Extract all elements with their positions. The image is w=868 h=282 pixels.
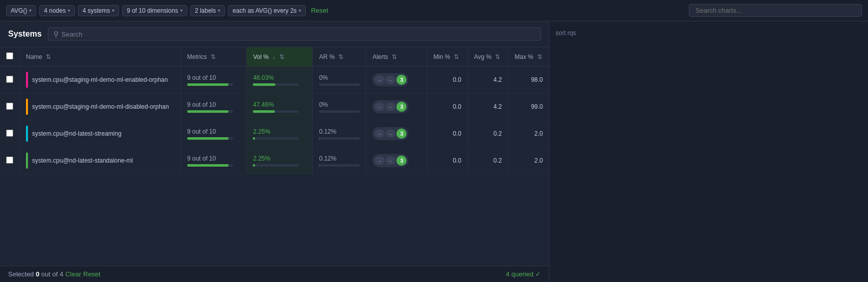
out-of-label: out of <box>39 270 60 278</box>
metrics-bar-fill-3 <box>187 164 228 167</box>
max-sort-icon: ⇅ <box>537 53 542 60</box>
row-avg-cell-2: 0.2 <box>468 120 508 147</box>
systems-table: Name ⇅ Metrics ⇅ Vol % ↓ ⇅ <box>0 47 549 174</box>
th-vol[interactable]: Vol % ↓ ⇅ <box>247 47 313 67</box>
agg-func-chip[interactable]: AVG() ▾ <box>6 5 36 16</box>
row-vol-cell-1: 47.46% <box>247 93 313 120</box>
vol-bar-fill-1 <box>253 110 274 113</box>
row-max-cell-2: 2.0 <box>508 120 549 147</box>
name-cell-0: system.cpu@staging-ml-demo-ml-enabled-or… <box>26 72 175 88</box>
row-checkbox-cell[interactable] <box>0 93 20 120</box>
ar-bar-wrap-1 <box>319 110 360 113</box>
ar-text-2: 0.12% <box>319 128 360 135</box>
row-metrics-cell-1: 9 out of 10 <box>181 93 247 120</box>
row-alerts-cell-0: - - 3 <box>366 67 427 93</box>
agg-func-chevron: ▾ <box>29 8 32 13</box>
alert-dash1-1: - <box>374 103 385 111</box>
system-name-3[interactable]: system.cpu@nd-latest-standalone-ml <box>32 156 133 165</box>
ar-sort-icon: ⇅ <box>338 53 343 60</box>
alerts-pill-0: - - 3 <box>372 73 409 86</box>
row-checkbox-cell[interactable] <box>0 67 20 93</box>
th-name[interactable]: Name ⇅ <box>20 47 181 67</box>
selected-label: Selected <box>8 270 36 278</box>
dimensions-label: 9 of 10 dimensions <box>127 7 178 14</box>
footer-reset-button[interactable]: Reset <box>83 270 101 278</box>
row-checkbox-cell[interactable] <box>0 120 20 147</box>
row-checkbox-0[interactable] <box>6 76 13 83</box>
nodes-chevron: ▾ <box>68 8 70 13</box>
row-avg-cell-1: 4.2 <box>468 93 508 120</box>
queried-count: 4 queried <box>506 270 533 278</box>
alert-count-2: 3 <box>396 129 407 139</box>
header-checkbox[interactable] <box>6 52 13 59</box>
alert-dash1-0: - <box>374 76 385 84</box>
row-vol-cell-2: 2.25% <box>247 120 313 147</box>
row-alerts-cell-3: - - 3 <box>366 147 427 174</box>
right-panel: sort rqs <box>549 21 868 282</box>
search-charts-input[interactable] <box>689 4 862 17</box>
systems-chevron: ▾ <box>112 8 114 13</box>
table-header-row: Name ⇅ Metrics ⇅ Vol % ↓ ⇅ <box>0 47 549 67</box>
ar-cell-2: 0.12% <box>319 128 360 140</box>
vol-bar-fill-0 <box>253 83 275 86</box>
metrics-bar-fill-1 <box>187 110 228 113</box>
th-avg[interactable]: Avg % ⇅ <box>468 47 508 67</box>
systems-chip[interactable]: 4 systems ▾ <box>78 5 119 16</box>
ar-bar-wrap-0 <box>319 83 360 86</box>
color-bar-2 <box>26 126 28 142</box>
th-metrics[interactable]: Metrics ⇅ <box>181 47 247 67</box>
row-ar-cell-0: 0% <box>313 67 366 93</box>
th-max[interactable]: Max % ⇅ <box>508 47 549 67</box>
main-layout: Systems ⚲ Name ⇅ <box>0 21 868 282</box>
th-checkbox[interactable] <box>0 47 20 67</box>
system-name-2[interactable]: system.cpu@nd-latest-streaming <box>32 130 122 138</box>
vol-bar-wrap-0 <box>253 83 299 86</box>
ar-cell-3: 0.12% <box>319 155 360 167</box>
nodes-chip[interactable]: 4 nodes ▾ <box>39 5 75 16</box>
row-name-cell-1: system.cpu@staging-ml-demo-ml-disabled-o… <box>20 93 181 120</box>
systems-title: Systems <box>8 29 42 39</box>
selected-count: 0 <box>36 270 39 278</box>
systems-search-input[interactable] <box>62 30 535 38</box>
row-checkbox-2[interactable] <box>6 130 13 137</box>
alerts-pill-1: - - 3 <box>372 100 409 113</box>
row-alerts-cell-2: - - 3 <box>366 120 427 147</box>
row-checkbox-1[interactable] <box>6 103 13 110</box>
clear-button[interactable]: Clear <box>65 270 81 278</box>
row-max-cell-3: 2.0 <box>508 147 549 174</box>
row-metrics-cell-0: 9 out of 10 <box>181 67 247 93</box>
th-alerts[interactable]: Alerts ⇅ <box>366 47 427 67</box>
name-cell-2: system.cpu@nd-latest-streaming <box>26 126 175 142</box>
table-row: system.cpu@nd-latest-standalone-ml 9 out… <box>0 147 549 174</box>
each-as-chip[interactable]: each as AVG() every 2s ▾ <box>228 5 306 16</box>
system-name-0[interactable]: system.cpu@staging-ml-demo-ml-enabled-or… <box>32 76 168 84</box>
table-row: system.cpu@staging-ml-demo-ml-enabled-or… <box>0 67 549 93</box>
vol-cell-0: 48.03% <box>253 74 306 86</box>
alerts-sort-icon: ⇅ <box>392 53 397 60</box>
labels-chip[interactable]: 2 labels ▾ <box>190 5 225 16</box>
vol-cell-1: 47.46% <box>253 101 306 113</box>
name-sort-icon: ⇅ <box>46 53 51 60</box>
metrics-bar-wrap-0 <box>187 83 233 86</box>
toolbar-reset-button[interactable]: Reset <box>311 7 328 14</box>
row-name-cell-0: system.cpu@staging-ml-demo-ml-enabled-or… <box>20 67 181 93</box>
system-name-1[interactable]: system.cpu@staging-ml-demo-ml-disabled-o… <box>32 103 169 111</box>
metrics-cell-0: 9 out of 10 <box>187 74 241 86</box>
vol-bar-fill-2 <box>253 137 255 140</box>
vol-cell-2: 2.25% <box>253 128 306 140</box>
ar-cell-1: 0% <box>319 101 360 113</box>
table-row: system.cpu@nd-latest-streaming 9 out of … <box>0 120 549 147</box>
metrics-bar-fill-2 <box>187 137 228 140</box>
row-avg-cell-3: 0.2 <box>468 147 508 174</box>
right-panel-content: sort rqs <box>556 25 862 37</box>
table-footer: Selected 0 out of 4 Clear Reset 4 querie… <box>0 266 549 282</box>
ar-bar-fill-2 <box>319 137 320 140</box>
th-min[interactable]: Min % ⇅ <box>427 47 468 67</box>
row-checkbox-3[interactable] <box>6 156 13 164</box>
row-vol-cell-0: 48.03% <box>247 67 313 93</box>
ar-bar-fill-3 <box>319 164 320 167</box>
ar-bar-wrap-2 <box>319 137 360 140</box>
th-ar[interactable]: AR % ⇅ <box>313 47 366 67</box>
row-checkbox-cell[interactable] <box>0 147 20 174</box>
dimensions-chip[interactable]: 9 of 10 dimensions ▾ <box>122 5 187 16</box>
